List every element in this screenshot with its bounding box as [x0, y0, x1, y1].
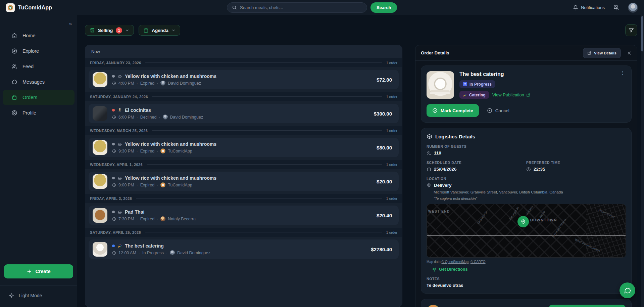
now-header: Now — [85, 45, 402, 58]
map-street-label: Hornby — [525, 205, 534, 216]
agenda-view-button[interactable]: Agenda — [139, 25, 180, 36]
order-row[interactable]: Yellow rice with chicken and mushrooms 9… — [89, 172, 399, 191]
search-icon — [232, 5, 237, 10]
compass-icon — [11, 48, 17, 54]
search-input[interactable] — [240, 5, 362, 10]
chat-bubble-icon — [624, 287, 631, 294]
notes-value: Te devuelvo otras — [427, 283, 626, 288]
clock-icon — [112, 251, 116, 255]
order-image — [427, 71, 454, 99]
order-title: The best catering — [125, 243, 164, 249]
order-price: $300.00 — [374, 111, 392, 117]
order-user: David Dominguez — [177, 251, 210, 255]
sidebar-collapse-icon[interactable]: « — [69, 20, 72, 26]
map-pin-icon — [427, 183, 431, 188]
separator — [159, 115, 160, 120]
selling-filter-button[interactable]: Selling 1 — [85, 25, 134, 36]
clock-icon — [112, 217, 116, 221]
package-icon — [427, 134, 432, 139]
light-mode-toggle[interactable]: Light Mode — [0, 290, 77, 301]
filter-button[interactable] — [625, 24, 637, 36]
order-row[interactable]: Yellow rice with chicken and mushrooms 9… — [89, 138, 399, 157]
customer-avatar[interactable] — [427, 305, 440, 307]
sidebar-item-label: Messages — [22, 79, 45, 85]
chat-icon — [11, 79, 17, 85]
notifications-off-icon[interactable] — [613, 5, 619, 10]
group-date: FRIDAY, APRIL 3, 2026 — [90, 196, 132, 201]
sidebar-item-messages[interactable]: Messages — [3, 74, 75, 90]
user-avatar[interactable] — [628, 3, 638, 13]
map-marker-pin[interactable] — [517, 216, 529, 227]
status-dot — [112, 245, 115, 247]
order-name: The best catering — [459, 71, 626, 77]
map-area-label: DOWNTOWN — [530, 218, 557, 222]
sidebar-item-orders[interactable]: Orders — [3, 90, 75, 105]
order-time: 12:00 AM — [118, 251, 136, 255]
cancel-button[interactable]: Cancel — [487, 108, 509, 113]
sidebar-item-home[interactable]: Home — [3, 28, 75, 43]
mark-complete-button[interactable]: Mark Complete — [427, 104, 479, 117]
separator — [157, 149, 158, 154]
order-price: $2780.40 — [371, 247, 392, 252]
carto-link[interactable]: © CARTO — [470, 260, 486, 264]
group-divider — [147, 164, 382, 165]
order-time: 4:00 PM — [118, 81, 134, 86]
chat-fab-button[interactable] — [620, 282, 635, 298]
get-directions-link[interactable]: Get Directions — [432, 267, 626, 272]
user-mini-avatar — [163, 115, 168, 120]
separator — [137, 149, 138, 154]
navigation-icon — [432, 267, 436, 272]
chevron-down-icon — [125, 28, 129, 32]
profile-icon — [11, 110, 17, 116]
order-title: El cocinitas — [125, 107, 151, 113]
sidebar-item-explore[interactable]: Explore — [3, 43, 75, 59]
scheduled-date-label: SCHEDULED DATE — [427, 161, 526, 165]
view-publication-link[interactable]: View Publication — [492, 92, 530, 97]
osm-link[interactable]: © OpenStreetMap — [441, 260, 468, 264]
search-button[interactable]: Search — [370, 2, 397, 13]
sidebar-item-profile[interactable]: Profile — [3, 105, 75, 121]
group-order-count: 1 order — [386, 61, 397, 65]
create-button[interactable]: Create — [4, 264, 73, 278]
order-price: $72.00 — [377, 77, 392, 83]
separator — [137, 183, 138, 187]
sidebar-divider — [0, 285, 77, 286]
more-options-icon[interactable]: ⋮ — [620, 72, 625, 74]
group-order-count: 1 order — [386, 129, 397, 133]
location-label: LOCATION — [427, 177, 626, 181]
close-icon[interactable] — [627, 51, 632, 55]
sidebar-item-label: Orders — [22, 95, 37, 100]
order-title: Yellow rice with chicken and mushrooms — [125, 74, 216, 79]
sidebar-item-label: Home — [22, 33, 36, 38]
order-title: Pad Thai — [125, 209, 144, 215]
order-time: 6:00 PM — [118, 115, 134, 120]
party-icon — [463, 93, 467, 97]
order-row[interactable]: The best catering 12:00 AM In Progress D… — [89, 239, 399, 259]
separator — [157, 81, 158, 86]
notifications-button[interactable]: Notifications — [573, 5, 605, 10]
sidebar-item-feed[interactable]: Feed — [3, 59, 75, 74]
user-mini-avatar — [170, 250, 175, 255]
order-summary-card: The best catering In Progress — [421, 65, 632, 123]
order-row[interactable]: Pad Thai 7:30 PM Expired Nataly Becerra — [89, 206, 399, 225]
topbar: TuComidApp Search Notifications — [0, 0, 644, 15]
window-scrollbar[interactable] — [641, 15, 644, 307]
order-status: Expired — [140, 183, 154, 187]
date-group-header: FRIDAY, JANUARY 23, 2026 1 order — [85, 58, 402, 67]
order-row[interactable]: El cocinitas 6:00 PM Declined David Domi… — [89, 104, 399, 123]
scrollbar-thumb[interactable] — [641, 16, 643, 51]
home-icon — [11, 33, 17, 39]
map[interactable]: WEST END DOWNTOWN Thurlow St Georgia St … — [427, 204, 626, 258]
user-mini-avatar — [160, 81, 165, 86]
app-title: TuComidApp — [18, 5, 52, 11]
order-status: Declined — [140, 115, 157, 120]
separator — [166, 251, 167, 255]
order-thumbnail — [93, 174, 107, 189]
view-details-button[interactable]: View Details — [583, 48, 621, 58]
order-row[interactable]: Yellow rice with chicken and mushrooms 4… — [89, 70, 399, 89]
customer-action-button[interactable] — [549, 305, 626, 307]
main-content: Selling 1 Agenda — [77, 15, 644, 307]
search-bar[interactable] — [227, 2, 367, 13]
check-circle-icon — [432, 108, 438, 113]
brand[interactable]: TuComidApp — [6, 3, 83, 12]
